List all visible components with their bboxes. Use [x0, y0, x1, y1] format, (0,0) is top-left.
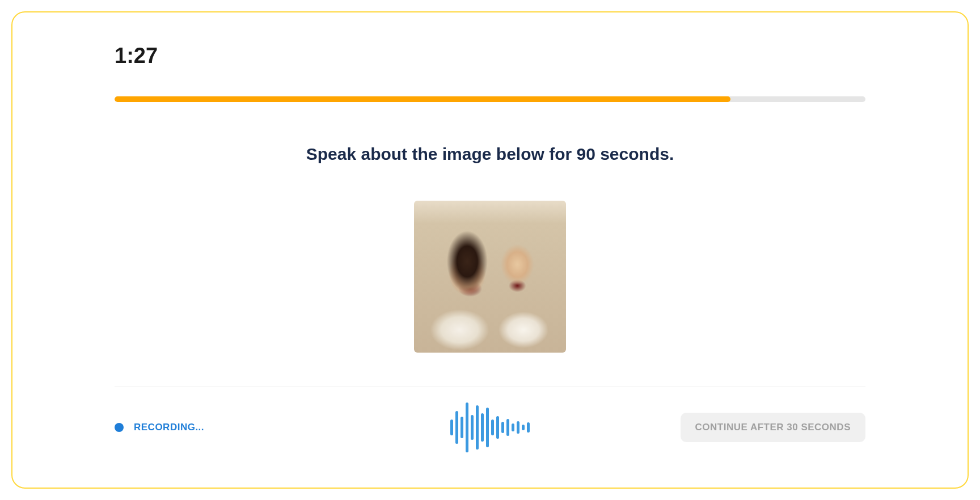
waveform-bar	[506, 419, 509, 436]
image-wrapper	[115, 201, 865, 353]
waveform-bar	[517, 421, 519, 434]
waveform-bar	[512, 423, 514, 431]
waveform-bar	[491, 420, 494, 435]
waveform-bar	[466, 402, 468, 452]
waveform-bar	[496, 416, 499, 439]
waveform-bar	[450, 420, 453, 435]
waveform-bar	[476, 405, 479, 450]
exercise-card: 1:27 Speak about the image below for 90 …	[11, 11, 969, 489]
waveform-bar	[501, 422, 504, 433]
waveform-bar	[461, 417, 463, 438]
waveform-bar	[455, 411, 458, 444]
divider	[115, 387, 865, 387]
progress-fill	[115, 96, 730, 102]
continue-button[interactable]: CONTINUE AFTER 30 SECONDS	[681, 413, 865, 442]
waveform-bar	[522, 425, 525, 430]
recording-status: RECORDING...	[115, 422, 204, 433]
instruction-text: Speak about the image below for 90 secon…	[115, 145, 865, 164]
recording-dot-icon	[115, 423, 124, 432]
countdown-timer: 1:27	[115, 44, 865, 68]
prompt-image	[414, 201, 566, 353]
progress-bar	[115, 96, 865, 102]
waveform-bar	[471, 415, 474, 440]
waveform-bar	[481, 413, 484, 442]
waveform-bar	[527, 422, 530, 433]
recording-label: RECORDING...	[134, 422, 204, 433]
waveform-bar	[486, 408, 489, 447]
footer: RECORDING... CONTINUE AFTER 30 SECONDS	[115, 413, 865, 442]
audio-waveform-icon	[450, 402, 530, 453]
